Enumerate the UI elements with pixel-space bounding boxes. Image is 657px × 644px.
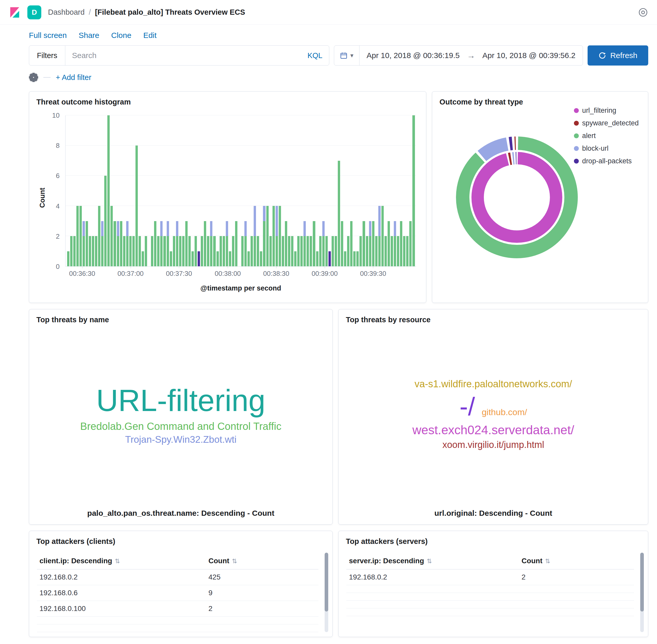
- histogram-bar[interactable]: [129, 115, 132, 266]
- histogram-bar[interactable]: [226, 115, 228, 266]
- histogram-bar[interactable]: [148, 115, 150, 266]
- histogram-bar[interactable]: [332, 115, 334, 266]
- histogram-bar[interactable]: [300, 115, 303, 266]
- histogram-bar[interactable]: [157, 115, 159, 266]
- tagcloud-tag[interactable]: west.exch024.serverdata.net/: [412, 423, 574, 437]
- refresh-button[interactable]: Refresh: [588, 45, 648, 66]
- histogram-bar[interactable]: [266, 115, 269, 266]
- histogram-bar[interactable]: [126, 115, 129, 266]
- histogram-bar[interactable]: [394, 115, 396, 266]
- donut-chart[interactable]: [445, 125, 589, 270]
- histogram-bar[interactable]: [276, 115, 278, 266]
- histogram-bar[interactable]: [201, 115, 203, 266]
- histogram-bar[interactable]: [67, 115, 69, 266]
- clone-link[interactable]: Clone: [111, 31, 131, 40]
- legend-item[interactable]: spyware_detected: [574, 119, 639, 127]
- histogram-bar[interactable]: [176, 115, 178, 266]
- histogram-bar[interactable]: [139, 115, 141, 266]
- full-screen-link[interactable]: Full screen: [29, 31, 67, 40]
- kql-button[interactable]: KQL: [301, 51, 329, 60]
- histogram-bar[interactable]: [338, 115, 340, 266]
- gear-icon[interactable]: [29, 73, 38, 82]
- histogram-bar[interactable]: [114, 115, 116, 266]
- histogram-bar[interactable]: [272, 115, 275, 266]
- histogram-bar[interactable]: [213, 115, 216, 266]
- histogram-bar[interactable]: [70, 115, 72, 266]
- histogram-bar[interactable]: [182, 115, 184, 266]
- histogram-bar[interactable]: [388, 115, 390, 266]
- histogram-bar[interactable]: [310, 115, 312, 266]
- histogram-bar[interactable]: [170, 115, 172, 266]
- histogram-bar[interactable]: [403, 115, 405, 266]
- legend-item[interactable]: drop-all-packets: [574, 157, 639, 165]
- histogram-bar[interactable]: [244, 115, 247, 266]
- histogram-bar[interactable]: [369, 115, 371, 266]
- histogram-bar[interactable]: [322, 115, 325, 266]
- histogram-bar[interactable]: [207, 115, 209, 266]
- histogram-bar[interactable]: [223, 115, 225, 266]
- histogram-bar[interactable]: [154, 115, 156, 266]
- histogram-bar[interactable]: [360, 115, 362, 266]
- tagcloud-tag[interactable]: github.com/: [482, 407, 527, 417]
- histogram-bar[interactable]: [319, 115, 321, 266]
- histogram-bar[interactable]: [73, 115, 75, 266]
- histogram-bar[interactable]: [235, 115, 237, 266]
- histogram-bar[interactable]: [123, 115, 126, 266]
- histogram-bar[interactable]: [263, 115, 265, 266]
- histogram-bar[interactable]: [117, 115, 119, 266]
- histogram-bar[interactable]: [307, 115, 309, 266]
- space-avatar[interactable]: D: [27, 5, 41, 19]
- histogram-bar[interactable]: [294, 115, 296, 266]
- column-header[interactable]: Count⇅: [519, 553, 634, 570]
- breadcrumb-dashboard[interactable]: Dashboard: [48, 8, 85, 17]
- histogram-bar[interactable]: [391, 115, 393, 266]
- histogram-bar[interactable]: [363, 115, 365, 266]
- histogram-bar[interactable]: [204, 115, 206, 266]
- histogram-bar[interactable]: [279, 115, 281, 266]
- histogram-bar[interactable]: [303, 115, 306, 266]
- histogram-bar[interactable]: [110, 115, 113, 266]
- histogram-bar[interactable]: [400, 115, 402, 266]
- histogram-bar[interactable]: [406, 115, 408, 266]
- histogram-bar[interactable]: [179, 115, 181, 266]
- legend-item[interactable]: url_filtering: [574, 107, 639, 115]
- histogram-bar[interactable]: [260, 115, 262, 266]
- histogram-bar[interactable]: [232, 115, 234, 266]
- add-filter-link[interactable]: + Add filter: [56, 73, 91, 82]
- scrollbar-thumb[interactable]: [640, 553, 644, 612]
- histogram-bar[interactable]: [173, 115, 175, 266]
- tagcloud-tag[interactable]: xoom.virgilio.it/jump.html: [443, 439, 544, 450]
- histogram-bar[interactable]: [291, 115, 293, 266]
- legend-item[interactable]: block-url: [574, 144, 639, 153]
- histogram-bar[interactable]: [254, 115, 256, 266]
- histogram-bar[interactable]: [285, 115, 287, 266]
- histogram-bar[interactable]: [98, 115, 100, 266]
- histogram-bar[interactable]: [120, 115, 122, 266]
- histogram-bar[interactable]: [366, 115, 368, 266]
- filters-button[interactable]: Filters: [29, 46, 65, 65]
- histogram-bar[interactable]: [412, 115, 415, 266]
- histogram-bar[interactable]: [353, 115, 356, 266]
- histogram-bar[interactable]: [335, 115, 337, 266]
- histogram-bar[interactable]: [160, 115, 163, 266]
- histogram-bar[interactable]: [247, 115, 250, 266]
- kibana-logo[interactable]: [9, 6, 21, 18]
- histogram-bar[interactable]: [288, 115, 290, 266]
- histogram-bar[interactable]: [341, 115, 343, 266]
- histogram-bar[interactable]: [86, 115, 88, 266]
- share-link[interactable]: Share: [79, 31, 99, 40]
- histogram-bar[interactable]: [316, 115, 318, 266]
- histogram-bar[interactable]: [344, 115, 346, 266]
- column-header[interactable]: client.ip: Descending⇅: [37, 553, 206, 570]
- histogram-bar[interactable]: [135, 115, 138, 266]
- histogram-bar[interactable]: [220, 115, 222, 266]
- histogram-bar[interactable]: [198, 115, 200, 266]
- histogram-bar[interactable]: [163, 115, 166, 266]
- histogram-bar[interactable]: [101, 115, 104, 266]
- histogram-plot[interactable]: [65, 115, 416, 267]
- column-header[interactable]: Count⇅: [206, 553, 319, 570]
- histogram-bar[interactable]: [191, 115, 194, 266]
- histogram-bar[interactable]: [350, 115, 353, 266]
- histogram-bar[interactable]: [217, 115, 219, 266]
- tagcloud-tag[interactable]: URL-filtering: [96, 383, 266, 418]
